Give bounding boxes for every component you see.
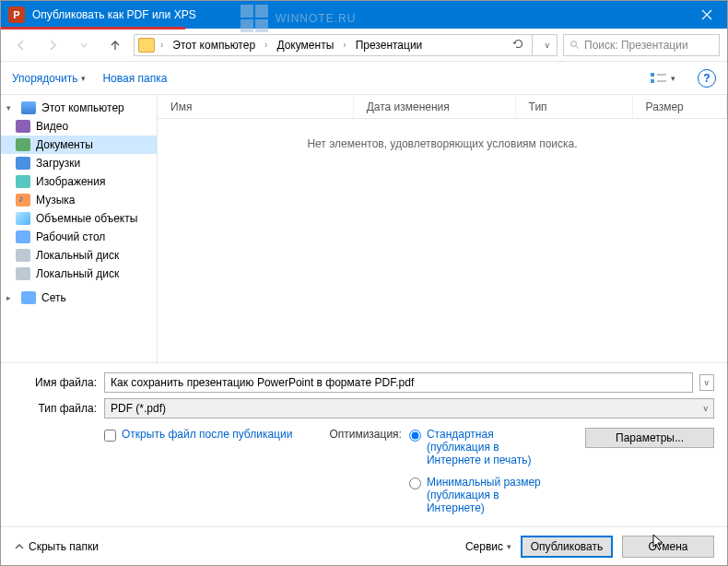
window-title: Опубликовать как PDF или XPS [32, 8, 686, 21]
tree-drive1[interactable]: Локальный диск [1, 246, 157, 265]
empty-message: Нет элементов, удовлетворяющих условиям … [158, 119, 727, 169]
folder-icon [138, 38, 155, 53]
svg-rect-2 [651, 79, 654, 83]
tree-images[interactable]: Изображения [1, 172, 157, 191]
crumb-pres[interactable]: Презентации [352, 37, 427, 53]
close-button[interactable] [686, 1, 727, 29]
parameters-button[interactable]: Параметры... [585, 428, 714, 448]
app-icon: P [8, 6, 25, 23]
title-underline [1, 27, 185, 29]
crumb-docs[interactable]: Документы [273, 37, 337, 53]
filename-dropdown[interactable]: v [699, 374, 715, 391]
column-headers: Имя Дата изменения Тип Размер [158, 95, 727, 119]
col-size[interactable]: Размер [633, 95, 727, 118]
view-options-button[interactable]: ▾ [644, 70, 681, 87]
tree-3dobjects[interactable]: Объемные объекты [1, 209, 157, 228]
tree-video[interactable]: Видео [1, 117, 157, 136]
tree-downloads[interactable]: Загрузки [1, 154, 157, 172]
tree-music[interactable]: Музыка [1, 191, 157, 209]
publish-button[interactable]: Опубликовать [521, 536, 613, 558]
chevron-up-icon [14, 541, 25, 552]
col-date[interactable]: Дата изменения [354, 95, 516, 118]
crumb-pc[interactable]: Этот компьютер [169, 37, 259, 53]
search-placeholder: Поиск: Презентации [584, 39, 688, 52]
svg-point-0 [571, 41, 577, 46]
organize-menu[interactable]: Упорядочить ▾ [12, 72, 86, 85]
chevron-right-icon[interactable]: › [339, 40, 349, 50]
hide-folders-button[interactable]: Скрыть папки [14, 540, 99, 553]
forward-button[interactable] [40, 32, 65, 58]
col-type[interactable]: Тип [516, 95, 633, 118]
tree-pc[interactable]: ▾Этот компьютер [1, 99, 157, 117]
filename-input[interactable] [104, 372, 693, 393]
folder-tree: ▾Этот компьютер Видео Документы Загрузки… [1, 95, 158, 362]
filetype-label: Тип файла: [14, 402, 97, 415]
help-button[interactable]: ? [698, 69, 716, 88]
service-menu[interactable]: Сервис▾ [465, 540, 511, 553]
search-input[interactable]: Поиск: Презентации [563, 34, 720, 56]
cancel-button[interactable]: Отмена [622, 536, 714, 558]
tree-drive2[interactable]: Локальный диск [1, 265, 157, 283]
breadcrumb-dropdown[interactable]: v [542, 41, 554, 50]
tree-desktop[interactable]: Рабочий стол [1, 228, 157, 246]
col-name[interactable]: Имя [158, 95, 354, 118]
filetype-select[interactable]: PDF (*.pdf)v [104, 398, 714, 419]
open-after-checkbox[interactable]: Открыть файл после публикации [104, 428, 292, 442]
back-button[interactable] [8, 32, 34, 58]
search-icon [569, 40, 581, 51]
breadcrumb[interactable]: › Этот компьютер › Документы › Презентац… [134, 34, 558, 56]
new-folder-button[interactable]: Новая папка [102, 72, 167, 85]
chevron-right-icon[interactable]: › [157, 40, 167, 50]
tree-network[interactable]: ▸Сеть [1, 289, 157, 307]
cursor-icon [652, 534, 665, 553]
tree-documents[interactable]: Документы [1, 136, 157, 154]
filename-label: Имя файла: [14, 376, 97, 389]
chevron-right-icon[interactable]: › [261, 40, 271, 50]
svg-rect-1 [651, 73, 654, 77]
optimize-label: Оптимизация: [329, 428, 402, 441]
radio-minimal[interactable]: Минимальный размер (публикация в Интерне… [409, 476, 547, 514]
up-button[interactable] [102, 32, 128, 58]
refresh-button[interactable] [507, 38, 530, 53]
radio-standard[interactable]: Стандартная (публикация в Интернете и пе… [409, 428, 547, 466]
recent-dropdown[interactable] [71, 32, 97, 58]
